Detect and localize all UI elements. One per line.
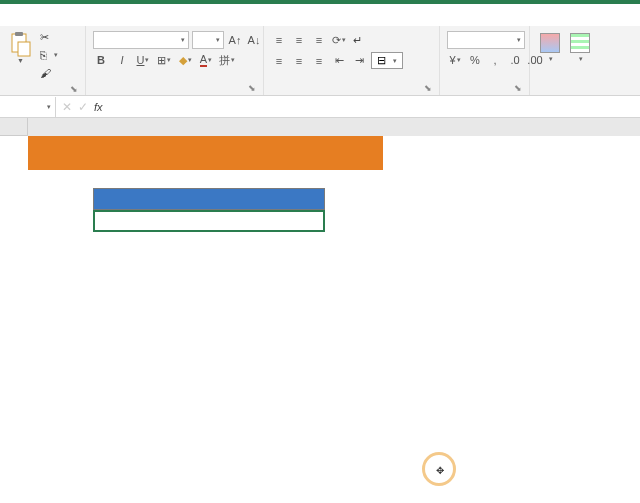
fill-color-button[interactable]: ◆▾ xyxy=(177,52,193,68)
number-launcher[interactable]: ⬊ xyxy=(514,81,522,95)
banner-merged-cell[interactable] xyxy=(28,136,383,170)
bold-button[interactable]: B xyxy=(93,52,109,68)
wrap-icon: ↵ xyxy=(353,34,362,47)
inc-decimal-icon[interactable]: .0 xyxy=(507,52,523,68)
font-launcher[interactable]: ⬊ xyxy=(248,81,256,95)
indent-inc-icon[interactable]: ⇥ xyxy=(351,53,367,69)
indent-dec-icon[interactable]: ⇤ xyxy=(331,53,347,69)
font-family-select[interactable]: ▾ xyxy=(93,31,189,49)
merge-icon: ⊟ xyxy=(377,54,386,67)
decrease-font-icon[interactable]: A↓ xyxy=(246,32,262,48)
table-header-cell[interactable] xyxy=(93,188,325,210)
active-cell[interactable] xyxy=(93,210,325,232)
grid: ✥ xyxy=(0,118,640,503)
align-launcher[interactable]: ⬊ xyxy=(424,81,432,95)
fx-icon[interactable]: fx xyxy=(94,101,103,113)
formula-bar: ▾ ✕ ✓ fx xyxy=(0,96,640,118)
align-bottom-icon[interactable]: ≡ xyxy=(311,32,327,48)
paste-button[interactable]: ▼ xyxy=(4,28,36,67)
conditional-format-button[interactable]: ▾ xyxy=(537,31,563,65)
phonetic-button[interactable]: 拼▾ xyxy=(219,52,235,68)
brush-icon: 🖌 xyxy=(40,67,51,79)
align-left-icon[interactable]: ≡ xyxy=(271,53,287,69)
cancel-icon[interactable]: ✕ xyxy=(62,100,72,114)
menubar xyxy=(0,4,640,26)
cursor-icon: ✥ xyxy=(436,465,444,476)
wrap-text-button[interactable]: ↵ xyxy=(351,31,367,49)
italic-button[interactable]: I xyxy=(114,52,130,68)
select-all-corner[interactable] xyxy=(0,118,28,136)
align-top-icon[interactable]: ≡ xyxy=(271,32,287,48)
name-box[interactable]: ▾ xyxy=(0,97,56,117)
accept-icon[interactable]: ✓ xyxy=(78,100,88,114)
table-format-icon xyxy=(570,33,590,53)
copy-icon: ⎘ xyxy=(40,49,47,61)
svg-rect-1 xyxy=(15,32,23,36)
font-color-button[interactable]: A▾ xyxy=(198,52,214,68)
ribbon: ▼ ✂ ⎘▾ 🖌 ⬊ ▾ ▾ A↑ A↓ B I U▾ ⊞▾ ◆▾ xyxy=(0,26,640,96)
underline-button[interactable]: U▾ xyxy=(135,52,151,68)
currency-icon[interactable]: ¥▾ xyxy=(447,52,463,68)
comma-icon[interactable]: , xyxy=(487,52,503,68)
scissors-icon: ✂ xyxy=(40,31,49,44)
table-format-button[interactable]: ▾ xyxy=(567,31,593,65)
cut-button[interactable]: ✂ xyxy=(38,28,60,46)
merge-center-button[interactable]: ⊟▾ xyxy=(371,52,403,69)
align-middle-icon[interactable]: ≡ xyxy=(291,32,307,48)
border-button[interactable]: ⊞▾ xyxy=(156,52,172,68)
copy-button[interactable]: ⎘▾ xyxy=(38,46,60,64)
percent-icon[interactable]: % xyxy=(467,52,483,68)
orientation-icon[interactable]: ⟳▾ xyxy=(331,32,347,48)
number-format-select[interactable]: ▾ xyxy=(447,31,525,49)
paste-icon xyxy=(9,31,31,57)
cond-format-icon xyxy=(540,33,560,53)
font-size-select[interactable]: ▾ xyxy=(192,31,224,49)
clipboard-launcher[interactable]: ⬊ xyxy=(70,82,78,96)
format-painter-button[interactable]: 🖌 xyxy=(38,64,60,82)
increase-font-icon[interactable]: A↑ xyxy=(227,32,243,48)
align-right-icon[interactable]: ≡ xyxy=(311,53,327,69)
svg-rect-2 xyxy=(18,42,30,56)
align-center-icon[interactable]: ≡ xyxy=(291,53,307,69)
